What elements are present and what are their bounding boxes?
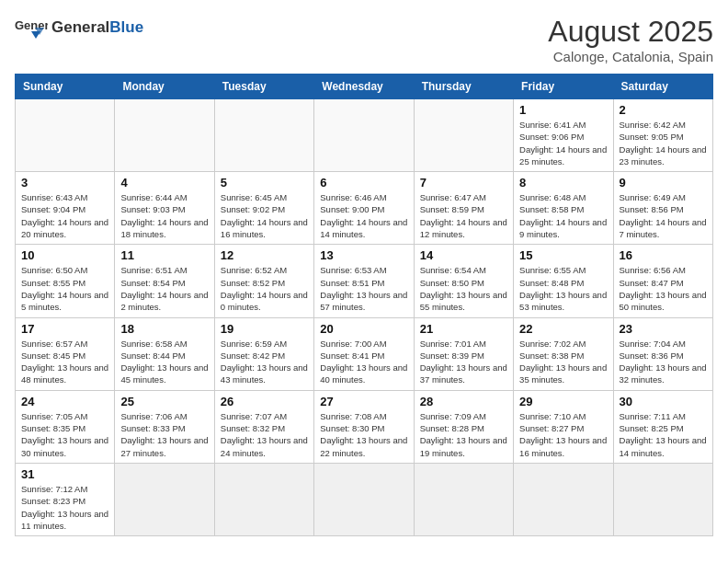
day-info: Sunrise: 7:08 AM Sunset: 8:30 PM Dayligh… [320,410,407,459]
day-number: 24 [21,395,108,408]
calendar-day-cell: 4Sunrise: 6:44 AM Sunset: 9:03 PM Daylig… [115,172,214,245]
day-number: 28 [420,395,507,408]
weekday-header: Saturday [613,75,712,99]
day-info: Sunrise: 6:50 AM Sunset: 8:55 PM Dayligh… [21,264,108,313]
calendar-day-cell: 7Sunrise: 6:47 AM Sunset: 8:59 PM Daylig… [414,172,513,245]
location-subtitle: Calonge, Catalonia, Spain [548,49,713,64]
calendar-day-cell: 9Sunrise: 6:49 AM Sunset: 8:56 PM Daylig… [613,172,712,245]
weekday-header-row: SundayMondayTuesdayWednesdayThursdayFrid… [16,75,713,99]
day-number: 26 [221,395,308,408]
day-info: Sunrise: 7:09 AM Sunset: 8:28 PM Dayligh… [420,410,507,459]
day-info: Sunrise: 6:49 AM Sunset: 8:56 PM Dayligh… [620,191,707,240]
day-number: 14 [420,248,507,262]
calendar-day-cell: 23Sunrise: 7:04 AM Sunset: 8:36 PM Dayli… [613,317,712,390]
day-info: Sunrise: 7:10 AM Sunset: 8:27 PM Dayligh… [519,410,607,459]
day-number: 15 [519,248,607,262]
calendar-day-cell: 19Sunrise: 6:59 AM Sunset: 8:42 PM Dayli… [214,317,313,390]
calendar-day-cell: 13Sunrise: 6:53 AM Sunset: 8:51 PM Dayli… [314,245,414,317]
calendar-day-cell [414,99,513,172]
day-info: Sunrise: 7:00 AM Sunset: 8:41 PM Dayligh… [320,338,407,386]
day-info: Sunrise: 7:04 AM Sunset: 8:36 PM Dayligh… [620,338,707,386]
weekday-header: Wednesday [314,75,414,99]
calendar-day-cell [115,99,214,172]
calendar-week-row: 31Sunrise: 7:12 AM Sunset: 8:23 PM Dayli… [16,463,713,535]
calendar-day-cell: 22Sunrise: 7:02 AM Sunset: 8:38 PM Dayli… [514,317,613,390]
day-info: Sunrise: 7:11 AM Sunset: 8:25 PM Dayligh… [620,410,707,459]
day-number: 19 [221,322,308,336]
day-number: 22 [519,322,607,336]
calendar-day-cell: 5Sunrise: 6:45 AM Sunset: 9:02 PM Daylig… [214,172,313,245]
day-number: 3 [21,176,108,190]
day-info: Sunrise: 6:58 AM Sunset: 8:44 PM Dayligh… [120,338,208,386]
calendar-week-row: 1Sunrise: 6:41 AM Sunset: 9:06 PM Daylig… [16,99,713,172]
day-number: 25 [120,395,208,408]
day-number: 4 [120,176,208,190]
day-number: 11 [120,248,208,262]
day-number: 6 [320,176,407,190]
day-info: Sunrise: 6:41 AM Sunset: 9:06 PM Dayligh… [519,119,607,167]
calendar-day-cell: 29Sunrise: 7:10 AM Sunset: 8:27 PM Dayli… [514,390,613,463]
day-info: Sunrise: 7:07 AM Sunset: 8:32 PM Dayligh… [221,410,308,459]
weekday-header: Sunday [16,75,115,99]
calendar-day-cell: 3Sunrise: 6:43 AM Sunset: 9:04 PM Daylig… [16,172,115,245]
calendar-table: SundayMondayTuesdayWednesdayThursdayFrid… [15,74,713,536]
calendar-day-cell: 18Sunrise: 6:58 AM Sunset: 8:44 PM Dayli… [115,317,214,390]
calendar-day-cell: 20Sunrise: 7:00 AM Sunset: 8:41 PM Dayli… [314,317,414,390]
logo-blue: Blue [109,18,143,36]
day-number: 13 [320,248,407,262]
day-number: 20 [320,322,407,336]
calendar-day-cell: 25Sunrise: 7:06 AM Sunset: 8:33 PM Dayli… [115,390,214,463]
calendar-day-cell: 16Sunrise: 6:56 AM Sunset: 8:47 PM Dayli… [613,245,712,317]
weekday-header: Monday [115,75,214,99]
calendar-day-cell: 21Sunrise: 7:01 AM Sunset: 8:39 PM Dayli… [414,317,513,390]
calendar-day-cell: 10Sunrise: 6:50 AM Sunset: 8:55 PM Dayli… [16,245,115,317]
calendar-day-cell: 1Sunrise: 6:41 AM Sunset: 9:06 PM Daylig… [514,99,613,172]
calendar-day-cell: 2Sunrise: 6:42 AM Sunset: 9:05 PM Daylig… [613,99,712,172]
day-info: Sunrise: 7:01 AM Sunset: 8:39 PM Dayligh… [420,338,507,386]
calendar-day-cell [16,99,115,172]
day-info: Sunrise: 6:57 AM Sunset: 8:45 PM Dayligh… [21,338,108,386]
day-number: 17 [21,322,108,336]
day-number: 27 [320,395,407,408]
day-number: 12 [221,248,308,262]
calendar-day-cell: 17Sunrise: 6:57 AM Sunset: 8:45 PM Dayli… [16,317,115,390]
day-number: 29 [519,395,607,408]
day-number: 1 [519,103,607,117]
day-info: Sunrise: 7:06 AM Sunset: 8:33 PM Dayligh… [120,410,208,459]
day-info: Sunrise: 6:42 AM Sunset: 9:05 PM Dayligh… [620,119,707,167]
title-area: August 2025 Calonge, Catalonia, Spain [548,15,713,64]
calendar-day-cell: 12Sunrise: 6:52 AM Sunset: 8:52 PM Dayli… [214,245,313,317]
day-number: 16 [620,248,707,262]
day-number: 30 [620,395,707,408]
calendar-day-cell [613,463,712,535]
calendar-day-cell [314,463,414,535]
calendar-day-cell: 15Sunrise: 6:55 AM Sunset: 8:48 PM Dayli… [514,245,613,317]
calendar-day-cell: 27Sunrise: 7:08 AM Sunset: 8:30 PM Dayli… [314,390,414,463]
calendar-week-row: 24Sunrise: 7:05 AM Sunset: 8:35 PM Dayli… [16,390,713,463]
weekday-header: Tuesday [214,75,313,99]
day-number: 18 [120,322,208,336]
calendar-day-cell [214,99,313,172]
svg-text:General: General [15,18,48,32]
calendar-day-cell: 28Sunrise: 7:09 AM Sunset: 8:28 PM Dayli… [414,390,513,463]
day-info: Sunrise: 7:02 AM Sunset: 8:38 PM Dayligh… [519,338,607,386]
calendar-day-cell [314,99,414,172]
day-number: 2 [620,103,707,117]
day-info: Sunrise: 7:05 AM Sunset: 8:35 PM Dayligh… [21,410,108,459]
day-info: Sunrise: 6:44 AM Sunset: 9:03 PM Dayligh… [120,191,208,240]
day-info: Sunrise: 6:54 AM Sunset: 8:50 PM Dayligh… [420,264,507,313]
calendar-day-cell [214,463,313,535]
day-info: Sunrise: 6:55 AM Sunset: 8:48 PM Dayligh… [519,264,607,313]
day-number: 31 [21,467,108,481]
weekday-header: Thursday [414,75,513,99]
day-number: 8 [519,176,607,190]
day-info: Sunrise: 6:53 AM Sunset: 8:51 PM Dayligh… [320,264,407,313]
page-header: General GeneralBlue August 2025 Calonge,… [15,15,713,64]
calendar-day-cell: 26Sunrise: 7:07 AM Sunset: 8:32 PM Dayli… [214,390,313,463]
day-info: Sunrise: 6:52 AM Sunset: 8:52 PM Dayligh… [221,264,308,313]
calendar-day-cell: 8Sunrise: 6:48 AM Sunset: 8:58 PM Daylig… [514,172,613,245]
day-number: 9 [620,176,707,190]
day-info: Sunrise: 6:56 AM Sunset: 8:47 PM Dayligh… [620,264,707,313]
calendar-day-cell: 24Sunrise: 7:05 AM Sunset: 8:35 PM Dayli… [16,390,115,463]
calendar-day-cell [115,463,214,535]
